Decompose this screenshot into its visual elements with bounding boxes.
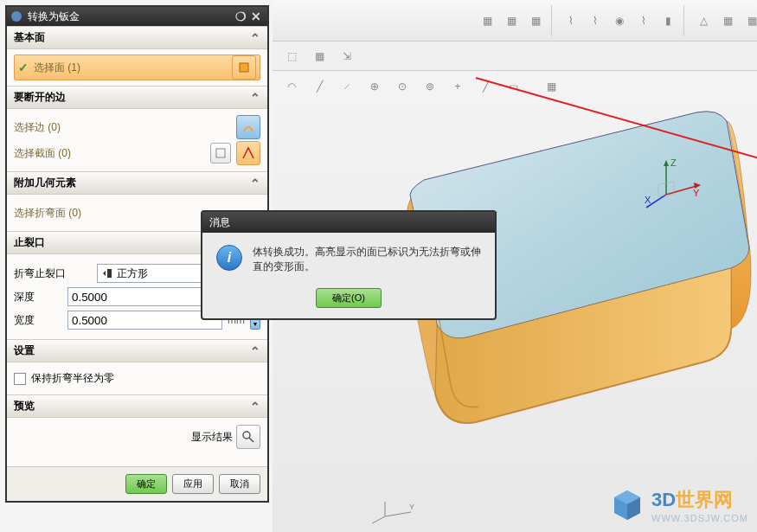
toolbar-icon-grid2[interactable]: ▦ (741, 10, 757, 31)
section-preview-label: 预览 (14, 399, 35, 413)
bend-relief-value: 正方形 (117, 266, 148, 281)
select-face-row[interactable]: ✓ 选择面 (1) (14, 54, 260, 80)
depth-label: 深度 (14, 290, 62, 304)
toolbar-icon-boxes1[interactable]: ▦ (477, 10, 497, 31)
select-edge-label: 选择边 (0) (14, 120, 231, 135)
show-result-label: 显示结果 (191, 430, 233, 445)
sub-icon-3[interactable]: ⇲ (337, 46, 357, 67)
section-settings-header[interactable]: 设置 ⌃ (7, 339, 267, 362)
watermark-text-b: 世界网 (676, 489, 733, 510)
svg-marker-1 (664, 160, 669, 166)
section-tool-icon-2[interactable] (236, 141, 260, 165)
section-geom-header[interactable]: 附加几何元素 ⌃ (7, 171, 267, 195)
info-icon: i (216, 245, 242, 271)
cancel-button[interactable]: 取消 (219, 474, 260, 494)
toolbar-icon-tri[interactable]: △ (693, 10, 714, 31)
svg-line-12 (385, 512, 411, 516)
top-toolbar: ▦ ▦ ▦ ⌇ ⌇ ◉ ⌇ ▮ △ ▦ ▦ (273, 0, 757, 42)
sub-icon-2[interactable]: ▦ (309, 46, 330, 67)
sub-toolbar: ⬚ ▦ ⇲ (273, 42, 757, 71)
bend-relief-label: 折弯止裂口 (14, 266, 92, 281)
dialog-ok-button[interactable]: 确定(O) (316, 288, 382, 308)
panel-help-icon[interactable]: ❍ (233, 9, 248, 24)
keep-zero-radius-label: 保持折弯半径为零 (31, 371, 114, 386)
dialog-message: 体转换成功。高亮显示的面已标识为无法折弯或伸直的变形面。 (253, 245, 481, 274)
curve-icon-1[interactable]: ◠ (281, 76, 302, 97)
panel-title: 转换为钣金 (28, 10, 233, 24)
svg-rect-16 (240, 63, 248, 72)
svg-line-2 (666, 186, 696, 195)
axis-z-label: Z (670, 157, 677, 168)
ok-button[interactable]: 确定 (125, 474, 167, 494)
check-icon: ✓ (18, 61, 29, 74)
section-settings-label: 设置 (14, 343, 35, 358)
csys-bottom-icon: Y (368, 499, 420, 525)
watermark-logo-icon (610, 488, 645, 522)
watermark-url: WWW.3DSJW.COM (651, 513, 748, 523)
section-relief-label: 止裂口 (14, 235, 45, 250)
section-preview-header[interactable]: 预览 ⌃ (7, 394, 267, 418)
panel-close-icon[interactable]: ✕ (248, 9, 264, 24)
svg-line-19 (249, 438, 253, 442)
select-edge-row[interactable]: 选择边 (0) (14, 114, 260, 140)
toolbar-icon-spring2[interactable]: ⌇ (585, 10, 606, 31)
dialog-title-text: 消息 (209, 215, 230, 230)
axis-widget: Z Y X (645, 156, 705, 216)
toolbar-icon-spring3[interactable]: ⌇ (633, 10, 654, 31)
dialog-titlebar: 消息 (202, 212, 495, 233)
watermark-text-a: 3D (651, 489, 676, 510)
panel-icon (10, 10, 22, 22)
svg-point-18 (243, 432, 250, 439)
panel-footer: 确定 应用 取消 (7, 466, 267, 501)
apply-button[interactable]: 应用 (172, 474, 214, 494)
svg-text:Y: Y (409, 503, 414, 511)
chevron-up-icon[interactable]: ⌃ (250, 344, 260, 358)
toolbar-icon-boxes2[interactable]: ▦ (501, 10, 522, 31)
keep-zero-radius-row[interactable]: 保持折弯半径为零 (14, 368, 260, 389)
svg-point-15 (11, 11, 22, 22)
select-section-row[interactable]: 选择截面 (0) (14, 140, 260, 166)
section-geom-label: 附加几何元素 (14, 176, 76, 190)
width-input[interactable] (67, 311, 222, 330)
axis-y-label: Y (693, 188, 700, 198)
chevron-up-icon[interactable]: ⌃ (250, 31, 260, 45)
width-label: 宽度 (14, 313, 62, 328)
keep-zero-radius-checkbox[interactable] (14, 373, 26, 385)
section-edges-header[interactable]: 要断开的边 ⌃ (7, 86, 267, 109)
toolbar-icon-spring1[interactable]: ⌇ (561, 10, 581, 31)
svg-line-13 (372, 516, 385, 523)
panel-titlebar: 转换为钣金 ❍ ✕ (7, 7, 267, 26)
select-edge-tool-icon[interactable] (236, 115, 260, 139)
toolbar-icon-grid[interactable]: ▦ (717, 10, 738, 31)
message-dialog: 消息 i 体转换成功。高亮显示的面已标识为无法折弯或伸直的变形面。 确定(O) (201, 210, 497, 320)
toolbar-icon-boxes3[interactable]: ▦ (525, 10, 546, 31)
sub-icon-1[interactable]: ⬚ (281, 46, 302, 67)
select-section-label: 选择截面 (0) (14, 146, 205, 161)
chevron-up-icon[interactable]: ⌃ (250, 91, 260, 105)
axis-x-label: X (645, 195, 651, 205)
watermark: 3D世界网 WWW.3DSJW.COM (610, 487, 748, 523)
section-tool-icon-1[interactable] (210, 143, 231, 163)
section-basic-header[interactable]: 基本面 ⌃ (7, 26, 267, 49)
toolbar-icon-cyl[interactable]: ▮ (658, 10, 678, 31)
section-basic-label: 基本面 (14, 30, 45, 45)
depth-input[interactable] (67, 287, 222, 306)
toolbar-icon-disc[interactable]: ◉ (609, 10, 630, 31)
chevron-up-icon[interactable]: ⌃ (250, 400, 260, 413)
svg-rect-17 (216, 149, 225, 157)
select-face-tool-icon[interactable] (232, 55, 256, 80)
select-face-label: 选择面 (1) (34, 61, 227, 75)
chevron-up-icon[interactable]: ⌃ (250, 176, 260, 190)
section-edges-label: 要断开的边 (14, 90, 66, 105)
show-result-button[interactable] (236, 425, 260, 449)
